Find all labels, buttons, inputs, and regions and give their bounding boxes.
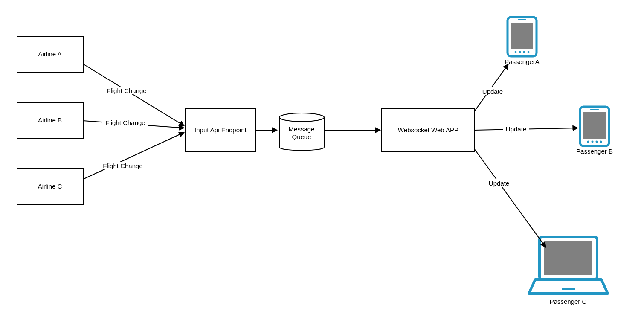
edge-label-flight-change-c: Flight Change [103, 162, 142, 169]
svg-point-10 [523, 51, 525, 53]
edge-label-flight-change-a: Flight Change [107, 87, 146, 94]
edge-websocket-to-passenger-a: Update [475, 64, 508, 111]
airline-a-node: Airline A [17, 36, 83, 73]
svg-rect-21 [544, 241, 592, 275]
passenger-b-device: Passenger B [576, 107, 613, 155]
svg-point-16 [592, 141, 594, 143]
edge-airline-b-to-api: Flight Change [83, 119, 184, 128]
airline-c-node: Airline C [17, 169, 83, 205]
airline-c-label: Airline C [38, 183, 62, 190]
svg-point-15 [587, 141, 589, 143]
websocket-node: Websocket Web APP [382, 109, 475, 151]
edge-websocket-to-passenger-b: Update [475, 125, 578, 133]
passenger-b-label: Passenger B [576, 148, 613, 155]
passenger-c-device: Passenger C [529, 237, 608, 305]
queue-label-line1: Message [289, 125, 315, 133]
passenger-a-device: PassengerA [505, 17, 540, 65]
svg-line-23 [83, 64, 184, 126]
passenger-a-label: PassengerA [505, 58, 540, 65]
websocket-label: Websocket Web APP [398, 126, 458, 134]
edge-label-update-b: Update [506, 125, 526, 133]
message-queue-node: Message Queue [279, 113, 324, 151]
svg-rect-19 [590, 109, 599, 110]
queue-label-line2: Queue [292, 133, 311, 140]
tablet-icon [580, 107, 609, 146]
svg-point-9 [519, 51, 521, 53]
edge-label-update-a: Update [482, 88, 503, 95]
airline-b-node: Airline B [17, 102, 83, 139]
svg-rect-22 [562, 288, 575, 290]
edge-websocket-to-passenger-c: Update [475, 149, 546, 247]
edge-label-flight-change-b: Flight Change [105, 119, 145, 126]
passenger-c-label: Passenger C [550, 298, 587, 305]
input-api-label: Input Api Endpoint [194, 126, 247, 134]
tablet-icon [508, 17, 537, 56]
airline-b-label: Airline B [38, 116, 62, 124]
svg-line-27 [83, 132, 184, 179]
svg-rect-7 [511, 23, 533, 49]
svg-rect-12 [518, 19, 526, 20]
airline-a-label: Airline A [38, 50, 61, 58]
laptop-icon [529, 237, 608, 294]
edge-airline-a-to-api: Flight Change [83, 64, 184, 126]
input-api-node: Input Api Endpoint [186, 109, 256, 151]
svg-point-18 [600, 141, 602, 143]
svg-line-35 [475, 149, 546, 247]
svg-point-8 [515, 51, 517, 53]
svg-point-11 [528, 51, 530, 53]
edge-airline-c-to-api: Flight Change [83, 132, 184, 179]
edge-label-update-c: Update [489, 180, 509, 187]
svg-point-4 [279, 113, 324, 122]
svg-rect-14 [583, 112, 606, 139]
svg-point-17 [596, 141, 598, 143]
